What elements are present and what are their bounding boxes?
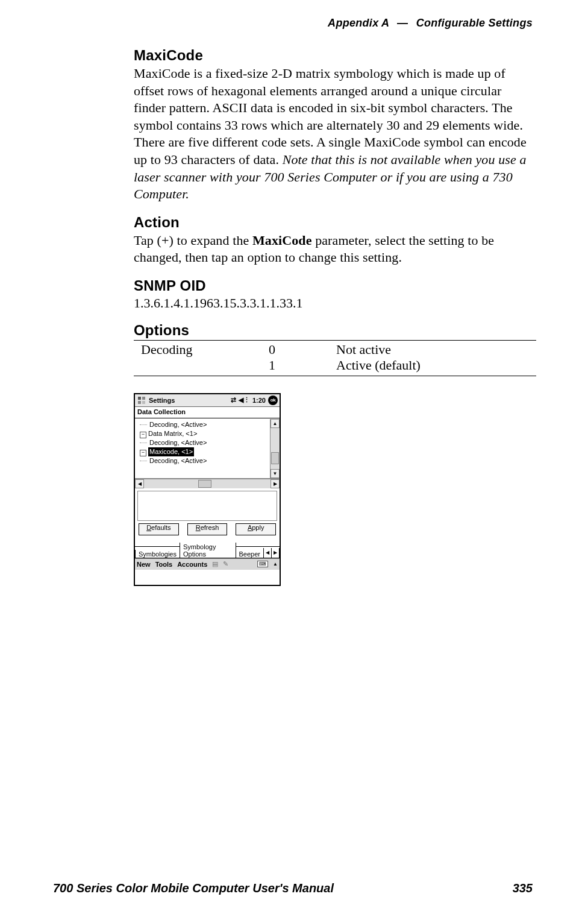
svg-rect-1 [142, 397, 145, 400]
tree-label: Maxicode, <1> [148, 447, 194, 456]
tree-item[interactable]: Decoding, <Active> [137, 438, 269, 447]
menu-tools[interactable]: Tools [155, 561, 173, 568]
paragraph-action-bold: MaxiCode [252, 233, 312, 248]
tree-label: Data Matrix, <1> [148, 430, 197, 437]
tree-label: Decoding, <Active> [149, 439, 207, 446]
tab-scroll-left[interactable]: ◀ [264, 548, 271, 558]
svg-rect-0 [138, 397, 141, 400]
scroll-thumb[interactable] [271, 452, 279, 464]
panel-title: Data Collection [135, 407, 280, 418]
heading-maxicode: MaxiCode [134, 47, 536, 64]
vertical-scrollbar[interactable]: ▲ ▼ [270, 419, 280, 478]
sip-button[interactable]: ⌨ [257, 561, 268, 567]
toolbar-icon[interactable]: ✎ [223, 560, 228, 568]
header-dash: — [397, 17, 408, 29]
collapse-icon[interactable]: − [140, 450, 146, 456]
header-section: Configurable Settings [416, 17, 533, 29]
menu-bar: New Tools Accounts ▤ ✎ ⌨ ▲ [135, 558, 280, 570]
paragraph-action-a: Tap (+) to expand the [134, 233, 252, 248]
svg-rect-3 [142, 401, 145, 404]
footer-title: 700 Series Color Mobile Computer User's … [53, 881, 334, 895]
tree-item[interactable]: Decoding, <Active> [137, 420, 269, 429]
ok-button[interactable]: ok [268, 395, 278, 405]
detail-pane [137, 491, 277, 521]
heading-options: Options [134, 322, 536, 339]
start-icon[interactable] [137, 395, 146, 405]
connectivity-icon[interactable]: ⇄ [231, 396, 236, 404]
option-name: Decoding [137, 342, 265, 373]
scroll-right-button[interactable]: ▶ [271, 479, 280, 488]
sip-arrow-icon[interactable]: ▲ [273, 561, 278, 567]
scroll-track[interactable] [271, 428, 280, 469]
collapse-icon[interactable]: − [140, 432, 146, 438]
defaults-button[interactable]: Defaults [139, 523, 179, 535]
options-table-wrap: Decoding 0 Not active 1 Active (default) [134, 340, 536, 376]
menu-accounts[interactable]: Accounts [177, 561, 207, 568]
tab-symbology-options[interactable]: Symbology Options [180, 543, 236, 558]
table-row: Decoding 0 Not active [137, 342, 533, 358]
clock-text[interactable]: 1:20 [252, 397, 266, 404]
tree-label: Decoding, <Active> [149, 457, 207, 464]
content: MaxiCode MaxiCode is a fixed-size 2-D ma… [134, 47, 536, 586]
menu-new[interactable]: New [137, 561, 151, 568]
tree-item[interactable]: Decoding, <Active> [137, 456, 269, 465]
apply-button[interactable]: Apply [236, 523, 276, 535]
running-header: Appendix A — Configurable Settings [328, 17, 533, 30]
horizontal-scrollbar[interactable]: ◀ ▶ [135, 479, 280, 488]
speaker-icon[interactable]: ◀⋮ [239, 396, 250, 404]
heading-snmp: SNMP OID [134, 277, 536, 294]
scroll-track[interactable] [144, 479, 271, 488]
screenshot: Settings ⇄ ◀⋮ 1:20 ok Data Collection De… [134, 393, 281, 586]
page-number: 335 [513, 881, 533, 895]
page: Appendix A — Configurable Settings MaxiC… [0, 0, 588, 917]
tree-item-selected[interactable]: −Maxicode, <1> [137, 447, 269, 456]
option-desc-1: Active (default) [333, 358, 533, 373]
scroll-left-button[interactable]: ◀ [135, 479, 144, 488]
tree[interactable]: Decoding, <Active> −Data Matrix, <1> Dec… [135, 419, 270, 478]
paragraph-action: Tap (+) to expand the MaxiCode parameter… [134, 232, 536, 266]
button-label: pply [252, 524, 264, 531]
svg-rect-2 [138, 401, 141, 404]
option-desc-0: Not active [333, 342, 533, 358]
scroll-down-button[interactable]: ▼ [271, 469, 280, 478]
refresh-button[interactable]: Refresh [187, 523, 228, 535]
tree-item[interactable]: −Data Matrix, <1> [137, 429, 269, 438]
header-appendix: Appendix A [328, 17, 389, 29]
heading-action: Action [134, 214, 536, 231]
option-value-0: 0 [265, 342, 333, 358]
options-table: Decoding 0 Not active 1 Active (default) [137, 342, 533, 373]
tab-scroll-right[interactable]: ▶ [271, 548, 279, 558]
tree-label: Decoding, <Active> [149, 421, 207, 428]
option-value-1: 1 [265, 358, 333, 373]
scroll-thumb[interactable] [198, 480, 211, 488]
tab-scroll[interactable]: ◀ ▶ [263, 548, 280, 558]
mnemonic: R [196, 524, 201, 531]
button-label: efaults [151, 524, 170, 531]
tab-beeper[interactable]: Beeper [236, 550, 264, 558]
button-label: efresh [201, 524, 219, 531]
snmp-oid: 1.3.6.1.4.1.1963.15.3.3.1.1.33.1 [134, 295, 536, 311]
toolbar-icon[interactable]: ▤ [212, 560, 218, 568]
button-row: Defaults Refresh Apply [135, 523, 280, 540]
mnemonic: D [146, 524, 151, 531]
scroll-up-button[interactable]: ▲ [271, 419, 280, 428]
tab-symbologies[interactable]: Symbologies [135, 550, 180, 558]
titlebar: Settings ⇄ ◀⋮ 1:20 ok [135, 394, 280, 407]
tab-strip: Symbologies Symbology Options Beeper ◀ ▶ [135, 546, 280, 558]
tree-area: Decoding, <Active> −Data Matrix, <1> Dec… [135, 418, 280, 479]
paragraph-maxicode: MaxiCode is a fixed-size 2-D matrix symb… [134, 65, 536, 203]
window-title: Settings [149, 397, 228, 404]
